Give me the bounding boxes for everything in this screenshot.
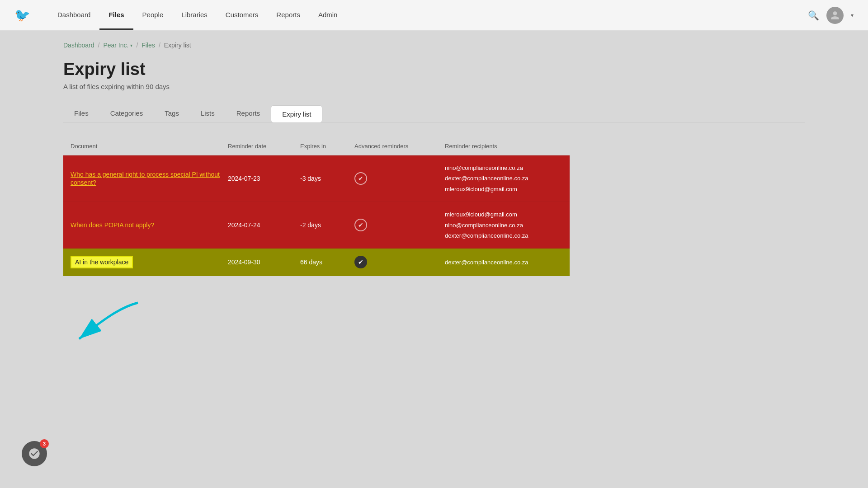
bottom-widget-container: 3 (11, 452, 36, 477)
tab-categories[interactable]: Categories (99, 105, 154, 123)
col-advanced-reminders: Advanced reminders (354, 143, 445, 150)
tab-expiry-list[interactable]: Expiry list (271, 105, 322, 123)
breadcrumb-current: Expiry list (164, 42, 191, 49)
doc-link-row1[interactable]: Who has a general right to process speci… (71, 171, 220, 186)
tab-tags[interactable]: Tags (154, 105, 190, 123)
navbar: 🐦 Dashboard Files People Libraries Custo… (0, 0, 868, 31)
navbar-right: 🔍 ▾ (808, 7, 854, 24)
breadcrumb-sep3: / (159, 42, 160, 49)
app-logo[interactable]: 🐦 (14, 8, 30, 23)
table-row: Who has a general right to process speci… (63, 155, 570, 202)
tab-reports[interactable]: Reports (226, 105, 271, 123)
advanced-reminders-row2: ✔ (354, 219, 367, 231)
breadcrumb: Dashboard / Pear Inc. ▾ / Files / Expiry… (63, 42, 805, 49)
bottom-widget-button[interactable]: 3 (22, 441, 47, 466)
tab-lists[interactable]: Lists (190, 105, 226, 123)
expiry-table: Document Reminder date Expires in Advanc… (63, 137, 570, 276)
recipients-row2: mleroux9icloud@gmail.com nino@compliance… (445, 209, 562, 241)
search-button[interactable]: 🔍 (808, 10, 819, 21)
chevron-down-icon: ▾ (130, 43, 132, 48)
table-header: Document Reminder date Expires in Advanc… (63, 137, 570, 155)
annotation-arrow (66, 298, 156, 352)
page-subtitle: A list of files expiring within 90 days (63, 83, 805, 90)
reminder-date-row1: 2024-07-23 (228, 175, 300, 182)
table-row: AI in the workplace 2024-09-30 66 days ✔… (63, 249, 570, 276)
doc-link-row2[interactable]: When does POPIA not apply? (71, 221, 154, 229)
nav-customers[interactable]: Customers (217, 1, 268, 30)
doc-link-row3[interactable]: AI in the workplace (71, 256, 133, 268)
nav-people[interactable]: People (133, 1, 173, 30)
col-expires-in: Expires in (300, 143, 354, 150)
table-row: When does POPIA not apply? 2024-07-24 -2… (63, 202, 570, 249)
reminder-date-row2: 2024-07-24 (228, 221, 300, 229)
widget-badge: 3 (40, 439, 49, 448)
nav-links: Dashboard Files People Libraries Custome… (48, 1, 808, 30)
nav-reports[interactable]: Reports (267, 1, 309, 30)
col-document: Document (71, 143, 228, 150)
expires-in-row2: -2 days (300, 221, 354, 229)
nav-files[interactable]: Files (99, 1, 133, 30)
recipients-row3: dexter@complianceonline.co.za (445, 257, 562, 267)
reminder-date-row3: 2024-09-30 (228, 258, 300, 266)
breadcrumb-files[interactable]: Files (142, 42, 155, 49)
expires-in-row3: 66 days (300, 258, 354, 266)
nav-dashboard[interactable]: Dashboard (48, 1, 99, 30)
page-title: Expiry list (63, 60, 805, 79)
main-content: Dashboard / Pear Inc. ▾ / Files / Expiry… (0, 31, 868, 488)
col-reminder-recipients: Reminder recipients (445, 143, 562, 150)
breadcrumb-sep2: / (136, 42, 138, 49)
advanced-reminders-row1: ✔ (354, 172, 367, 185)
user-dropdown-icon[interactable]: ▾ (851, 12, 854, 19)
nav-libraries[interactable]: Libraries (172, 1, 217, 30)
tab-files[interactable]: Files (63, 105, 99, 123)
expires-in-row1: -3 days (300, 175, 354, 182)
avatar (826, 7, 844, 24)
breadcrumb-company[interactable]: Pear Inc. ▾ (103, 42, 132, 49)
breadcrumb-sep1: / (98, 42, 100, 49)
advanced-reminders-row3: ✔ (354, 256, 367, 268)
recipients-row1: nino@complianceonline.co.za dexter@compl… (445, 163, 562, 194)
breadcrumb-dashboard[interactable]: Dashboard (63, 42, 94, 49)
nav-admin[interactable]: Admin (309, 1, 347, 30)
col-reminder-date: Reminder date (228, 143, 300, 150)
tabs: Files Categories Tags Lists Reports Expi… (63, 105, 805, 123)
